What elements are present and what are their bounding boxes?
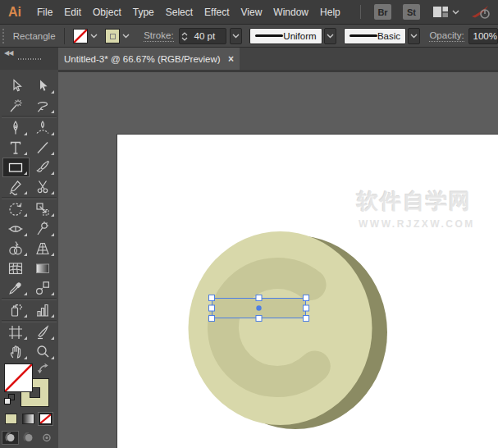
menu-object[interactable]: Object: [87, 7, 127, 18]
tools-panel: [0, 70, 58, 448]
workspace-switcher[interactable]: [433, 7, 459, 17]
collapse-panel-icon[interactable]: ◀◀: [4, 49, 12, 57]
none-button[interactable]: [38, 412, 53, 426]
document-tab[interactable]: Untitled-3* @ 66.67% (RGB/Preview) ×: [58, 48, 240, 70]
brushes-panel-button[interactable]: Br: [374, 4, 391, 20]
chevron-down-icon[interactable]: [90, 34, 98, 39]
opacity-field[interactable]: 100%: [468, 28, 498, 44]
curvature-icon: [34, 119, 52, 137]
gradient-button[interactable]: [21, 412, 36, 426]
column-graph-tool[interactable]: [30, 300, 57, 320]
brush-definition-chevron[interactable]: [408, 28, 420, 44]
slice-tool[interactable]: [30, 322, 57, 342]
hand-tool[interactable]: [2, 342, 30, 362]
stroke-weight-field[interactable]: 40 pt: [179, 28, 226, 44]
scissors-icon: [34, 178, 52, 196]
magic-wand-tool[interactable]: [2, 96, 30, 116]
eyedropper-tool[interactable]: [2, 278, 30, 298]
mesh-tool[interactable]: [2, 258, 30, 278]
width-tool[interactable]: [2, 219, 30, 239]
tab-bar: ◀◀ Untitled-3* @ 66.67% (RGB/Preview) ×: [0, 48, 498, 70]
artboard[interactable]: 软件自学网 WWW.RJZXW.COM: [117, 135, 498, 448]
opacity-label[interactable]: Opacity:: [429, 30, 464, 42]
illustrator-logo[interactable]: Ai: [0, 5, 31, 20]
rotate-icon: [7, 200, 25, 218]
opacity-value: 100%: [473, 31, 497, 41]
type-tool[interactable]: [2, 138, 30, 158]
basic-brush-icon: [350, 34, 377, 37]
lasso-icon: [34, 97, 52, 115]
menu-edit[interactable]: Edit: [58, 7, 87, 18]
rectangle-tool[interactable]: [2, 158, 30, 177]
paintbrush-tool[interactable]: [30, 158, 57, 177]
fill-none-swatch[interactable]: [73, 29, 88, 43]
perspective-grid-tool[interactable]: [30, 239, 57, 258]
coin-artwork: [117, 135, 498, 448]
scale-tool[interactable]: [30, 199, 57, 219]
symbol-sprayer-tool[interactable]: [2, 300, 30, 320]
gradient-icon: [34, 259, 52, 277]
scissors-tool[interactable]: [30, 177, 57, 197]
menu-file[interactable]: File: [31, 7, 58, 18]
stroke-color-swatch[interactable]: [105, 29, 120, 43]
control-bar-grip[interactable]: [2, 29, 5, 43]
blend-tool[interactable]: [30, 278, 57, 298]
direct-selection-icon: [7, 77, 25, 95]
line-segment-tool[interactable]: [30, 138, 57, 158]
stroke-weight-label[interactable]: Stroke:: [144, 30, 173, 42]
width-profile-chevron[interactable]: [324, 28, 336, 44]
menu-effect[interactable]: Effect: [199, 7, 235, 18]
color-button[interactable]: [3, 412, 19, 426]
puppet-warp-tool[interactable]: [30, 219, 57, 239]
menu-select[interactable]: Select: [160, 7, 199, 18]
artboard-tool[interactable]: [2, 322, 30, 342]
direct-selection-tool[interactable]: [2, 76, 30, 96]
fill-color-control[interactable]: [73, 29, 99, 43]
pen-icon: [7, 119, 25, 137]
shape-builder-tool[interactable]: [2, 239, 30, 258]
panel-drag-handle[interactable]: [18, 58, 41, 60]
selection-tool[interactable]: [30, 76, 57, 96]
lasso-tool[interactable]: [30, 96, 57, 116]
curvature-tool[interactable]: [30, 118, 57, 138]
stroke-color-control[interactable]: [105, 29, 131, 43]
menu-view[interactable]: View: [235, 7, 268, 18]
cs-live-icon[interactable]: [471, 4, 491, 21]
control-bar: Rectangle Stroke: 40 pt Uniform: [0, 25, 498, 48]
menu-help[interactable]: Help: [314, 7, 346, 18]
menu-bar: Ai File Edit Object Type Select Effect V…: [0, 0, 498, 25]
shaper-tool[interactable]: [2, 177, 30, 197]
canvas-area[interactable]: 软件自学网 WWW.RJZXW.COM: [58, 70, 498, 448]
stroke-weight-value[interactable]: 40 pt: [194, 31, 216, 41]
type-icon: [7, 139, 25, 157]
styles-panel-button[interactable]: St: [403, 4, 420, 20]
menu-type[interactable]: Type: [127, 7, 160, 18]
shaper-icon: [7, 178, 25, 196]
slice-icon: [34, 323, 52, 341]
menu-window[interactable]: Window: [267, 7, 314, 18]
perspective-grid-icon: [34, 240, 52, 258]
draw-behind-button[interactable]: [20, 431, 37, 445]
line-segment-icon: [34, 139, 52, 157]
draw-inside-button[interactable]: [38, 431, 55, 445]
stroke-weight-dropdown[interactable]: [230, 28, 242, 44]
gradient-tool[interactable]: [30, 258, 57, 278]
selection-center-point[interactable]: [256, 305, 261, 310]
brush-definition-dropdown[interactable]: Basic: [344, 28, 406, 44]
mesh-icon: [7, 259, 25, 277]
default-fill-stroke-icon[interactable]: [4, 394, 15, 405]
tab-close-icon[interactable]: ×: [228, 53, 234, 65]
pen-tool[interactable]: [2, 118, 30, 138]
swap-fill-stroke-icon[interactable]: [38, 363, 49, 375]
chevron-down-icon[interactable]: [122, 34, 130, 39]
draw-normal-button[interactable]: [2, 431, 19, 445]
active-tool-label: Rectangle: [13, 31, 62, 41]
rectangle-icon: [7, 158, 25, 176]
width-profile-dropdown[interactable]: Uniform: [249, 28, 322, 44]
dock-header: ◀◀: [0, 48, 58, 70]
rotate-tool[interactable]: [2, 199, 30, 219]
fill-color-box[interactable]: [5, 364, 32, 391]
stroke-weight-stepper[interactable]: [180, 31, 190, 41]
zoom-tool[interactable]: [30, 342, 57, 362]
paintbrush-icon: [34, 158, 52, 176]
